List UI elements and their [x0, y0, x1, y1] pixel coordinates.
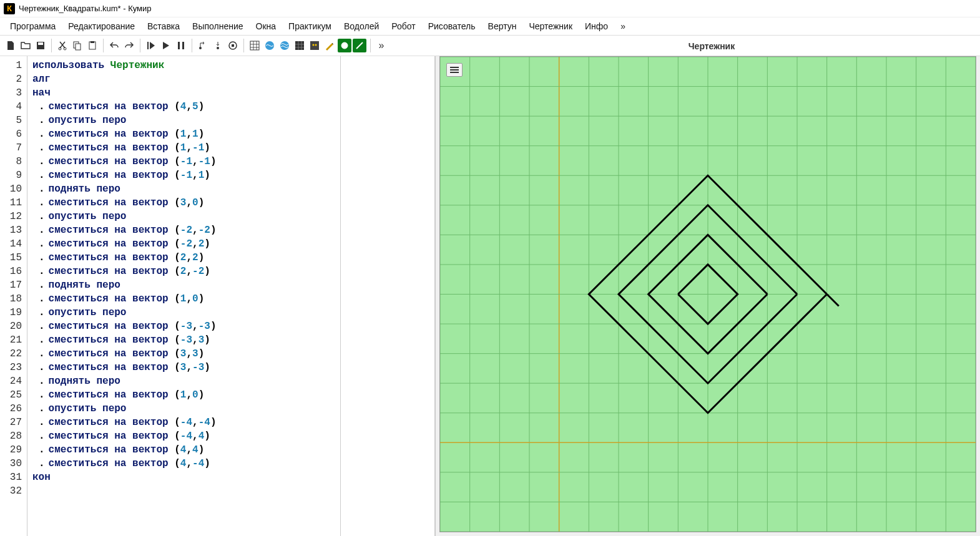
actor-water-icon[interactable]: [263, 39, 277, 52]
actor-grid-icon[interactable]: [248, 39, 262, 52]
step-into-icon[interactable]: [211, 39, 225, 52]
toolbar-overflow-icon[interactable]: »: [375, 39, 388, 52]
svg-point-21: [315, 44, 317, 46]
editor-margin: [341, 56, 434, 536]
save-file-icon[interactable]: [34, 39, 47, 52]
svg-rect-15: [250, 41, 259, 50]
svg-point-20: [313, 44, 315, 46]
pause-icon[interactable]: [174, 39, 188, 52]
code-line[interactable]: .опустить перо: [32, 114, 335, 127]
code-line[interactable]: .сместиться на вектор (1,1): [32, 127, 335, 141]
new-file-icon[interactable]: [4, 39, 17, 52]
code-line[interactable]: .сместиться на вектор (3,0): [32, 196, 335, 210]
code-line[interactable]: использовать Чертежник: [32, 59, 335, 72]
code-line[interactable]: .поднять перо: [32, 374, 335, 388]
menu-5[interactable]: Практикум: [283, 19, 336, 33]
menu-3[interactable]: Выполнение: [187, 19, 248, 33]
code-line[interactable]: .поднять перо: [32, 278, 335, 292]
paste-icon[interactable]: [86, 39, 99, 52]
toolbar: » Чертежник: [0, 35, 980, 56]
menu-0[interactable]: Программа: [5, 19, 61, 33]
drawer-pane: [436, 56, 980, 536]
redo-icon[interactable]: [122, 39, 136, 52]
code-area[interactable]: использовать Чертежникалгнач.сместиться …: [27, 56, 341, 536]
code-line[interactable]: .опустить перо: [32, 210, 335, 223]
code-line[interactable]: .сместиться на вектор (1,0): [32, 388, 335, 402]
drawer-panel-title: Чертежник: [443, 36, 980, 57]
line-gutter: 1234567891011121314151617181920212223242…: [0, 56, 27, 536]
code-line[interactable]: .сместиться на вектор (-2,-2): [32, 223, 335, 237]
code-line[interactable]: .сместиться на вектор (-1,-1): [32, 155, 335, 168]
run-icon[interactable]: [144, 39, 158, 52]
code-line[interactable]: .сместиться на вектор (4,4): [32, 443, 335, 457]
code-line[interactable]: алг: [32, 72, 335, 86]
code-line[interactable]: .сместиться на вектор (-3,-3): [32, 319, 335, 333]
drawer-canvas[interactable]: [439, 56, 976, 532]
svg-rect-8: [147, 42, 149, 49]
code-line[interactable]: .сместиться на вектор (3,-3): [32, 361, 335, 374]
menu-12[interactable]: »: [615, 19, 630, 33]
menu-11[interactable]: Инфо: [580, 19, 613, 33]
step-over-icon[interactable]: [196, 39, 210, 52]
menu-2[interactable]: Вставка: [142, 19, 185, 33]
svg-rect-5: [76, 44, 81, 50]
svg-point-22: [341, 42, 348, 49]
menubar: ПрограммаРедактированиеВставкаВыполнение…: [0, 17, 980, 35]
svg-rect-19: [310, 41, 319, 50]
menu-4[interactable]: Окна: [251, 19, 282, 33]
svg-rect-14: [232, 44, 234, 47]
actor-turtle-icon[interactable]: [338, 39, 351, 52]
code-line[interactable]: .сместиться на вектор (1,-1): [32, 141, 335, 155]
code-line[interactable]: .сместиться на вектор (-4,4): [32, 429, 335, 443]
code-line[interactable]: .сместиться на вектор (-4,-4): [32, 416, 335, 429]
svg-rect-10: [182, 42, 184, 49]
code-line[interactable]: .сместиться на вектор (-1,1): [32, 168, 335, 182]
code-line[interactable]: .сместиться на вектор (-3,3): [32, 333, 335, 347]
code-line[interactable]: [32, 484, 335, 498]
code-line[interactable]: .сместиться на вектор (4,5): [32, 100, 335, 114]
menu-8[interactable]: Рисователь: [423, 19, 481, 33]
actor-paint-icon[interactable]: [323, 39, 336, 52]
undo-icon[interactable]: [107, 39, 121, 52]
code-line[interactable]: .сместиться на вектор (2,2): [32, 251, 335, 265]
code-line[interactable]: .сместиться на вектор (3,3): [32, 347, 335, 361]
copy-icon[interactable]: [71, 39, 84, 52]
stop-icon[interactable]: [226, 39, 240, 52]
cut-icon[interactable]: [56, 39, 69, 52]
code-line[interactable]: кон: [32, 470, 335, 484]
svg-point-12: [217, 47, 219, 49]
code-line[interactable]: .сместиться на вектор (1,0): [32, 292, 335, 306]
actor-water2-icon[interactable]: [278, 39, 292, 52]
titlebar-text: Чертежник_Квадраты.kum* - Кумир: [19, 4, 152, 13]
code-line[interactable]: .сместиться на вектор (4,-4): [32, 457, 335, 470]
svg-point-11: [199, 47, 202, 49]
open-file-icon[interactable]: [19, 39, 32, 52]
drawer-menu-button[interactable]: [446, 63, 463, 77]
svg-rect-7: [91, 41, 94, 43]
play-icon[interactable]: [159, 39, 173, 52]
actor-grid2-icon[interactable]: [293, 39, 306, 52]
actor-drawer-icon[interactable]: [353, 39, 366, 52]
svg-rect-1: [38, 42, 43, 45]
titlebar: К Чертежник_Квадраты.kum* - Кумир: [0, 0, 980, 17]
code-editor[interactable]: 1234567891011121314151617181920212223242…: [0, 56, 436, 536]
svg-rect-18: [295, 41, 304, 50]
code-line[interactable]: .сместиться на вектор (2,-2): [32, 265, 335, 278]
svg-point-17: [280, 41, 289, 50]
svg-rect-9: [178, 42, 180, 49]
menu-9[interactable]: Вертун: [483, 19, 522, 33]
menu-10[interactable]: Чертежник: [524, 19, 577, 33]
code-line[interactable]: .сместиться на вектор (-2,2): [32, 237, 335, 251]
code-line[interactable]: .опустить перо: [32, 306, 335, 319]
app-icon: К: [4, 3, 15, 14]
menu-7[interactable]: Робот: [386, 19, 420, 33]
code-line[interactable]: .опустить перо: [32, 402, 335, 416]
menu-1[interactable]: Редактирование: [63, 19, 140, 33]
code-line[interactable]: .поднять перо: [32, 182, 335, 196]
menu-6[interactable]: Водолей: [339, 19, 384, 33]
code-line[interactable]: нач: [32, 86, 335, 100]
actor-robot-icon[interactable]: [308, 39, 321, 52]
